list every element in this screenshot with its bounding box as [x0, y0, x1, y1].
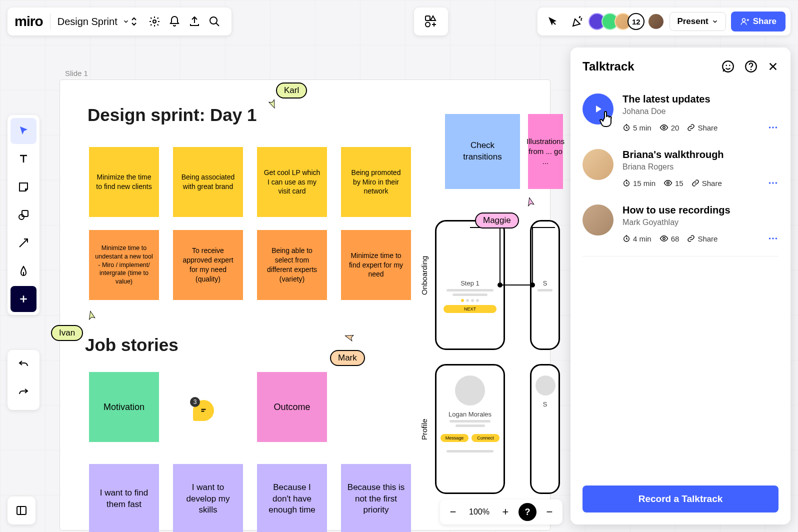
text-icon [18, 153, 30, 165]
more-icon [768, 122, 778, 133]
sticky-note[interactable]: Being promoted by Miro in their network [341, 147, 411, 217]
svg-point-23 [772, 182, 774, 184]
arrow-tool[interactable] [10, 230, 36, 256]
sticky-note[interactable]: Being associated with great brand [173, 147, 243, 217]
talktrack-item[interactable]: The latest updates Johana Doe 5 min 20 S… [582, 86, 778, 141]
record-talktrack-button[interactable]: Record a Talktrack [582, 486, 778, 512]
svg-point-21 [667, 182, 670, 184]
section-title[interactable]: Job stories [85, 335, 178, 355]
cursor-mode-button[interactable] [542, 12, 562, 32]
hand-cursor-icon [598, 108, 618, 128]
close-icon[interactable] [768, 61, 778, 72]
person-plus-icon [740, 17, 749, 26]
sticky-note[interactable]: Minimize the time to find new clients [89, 147, 159, 217]
sticky-note[interactable]: Because I don't have enough time [257, 464, 327, 532]
apps-button[interactable] [414, 8, 448, 36]
talktrack-item[interactable]: How to use recordings Mark Goyathlay 4 m… [582, 196, 778, 256]
svg-point-3 [426, 22, 430, 27]
slide-label[interactable]: Slide 1 [65, 69, 88, 78]
sticky-tool[interactable] [10, 174, 36, 200]
slide-title[interactable]: Design sprint: Day 1 [88, 105, 256, 125]
track-title: How to use recordings [622, 204, 778, 216]
play-button[interactable] [582, 94, 614, 124]
export-button[interactable] [184, 12, 204, 32]
zoom-out-button[interactable]: − [444, 503, 462, 521]
svg-point-16 [662, 126, 665, 129]
board-name-dropdown[interactable]: Design Sprint [50, 16, 144, 28]
avatar-self[interactable] [648, 13, 664, 30]
present-button[interactable]: Present [670, 12, 726, 31]
share-button[interactable]: Share [731, 12, 786, 32]
track-share[interactable]: Share [692, 179, 722, 188]
reactions-button[interactable] [568, 12, 588, 32]
svg-point-17 [769, 126, 771, 128]
pointer-icon [18, 125, 30, 137]
sticky-note[interactable]: Motivation [89, 372, 159, 442]
svg-point-14 [750, 69, 752, 70]
sticky-icon [18, 181, 30, 193]
redo-button[interactable] [10, 381, 36, 407]
collab-cursor-ivan: Ivan [51, 325, 83, 341]
frames-panel-toggle[interactable] [8, 496, 36, 524]
svg-point-12 [729, 65, 730, 66]
zoom-in-button[interactable]: + [496, 503, 514, 521]
gear-icon [148, 16, 160, 28]
sticky-note[interactable]: Minimize time to find expert for my need [341, 230, 411, 300]
sticky-note[interactable]: I want to find them fast [89, 464, 159, 532]
settings-button[interactable] [144, 12, 164, 32]
select-tool[interactable] [10, 118, 36, 144]
search-button[interactable] [204, 12, 224, 32]
track-duration: 5 min [622, 124, 652, 132]
zoom-menu-button[interactable]: − [540, 503, 558, 521]
track-more-button[interactable] [768, 122, 778, 133]
pen-tool[interactable] [10, 258, 36, 284]
notifications-button[interactable] [164, 12, 184, 32]
sticky-note[interactable]: Outcome [257, 372, 327, 442]
svg-point-4 [742, 18, 745, 22]
sticky-note[interactable]: Get cool LP which I can use as my visit … [257, 147, 327, 217]
svg-point-28 [772, 238, 774, 240]
wireframe-profile[interactable]: Logan Morales Message Connect [435, 364, 505, 494]
shape-tool[interactable] [10, 202, 36, 228]
track-more-button[interactable] [768, 178, 778, 188]
eye-icon [664, 178, 672, 188]
avatar [582, 149, 614, 180]
logo[interactable]: miro [14, 14, 50, 30]
text-tool[interactable] [10, 146, 36, 172]
avatar-overflow-count[interactable]: 12 [628, 13, 644, 30]
track-share[interactable]: Share [687, 234, 718, 243]
sticky-note[interactable]: Illustrations from ... go ... [528, 114, 563, 189]
more-icon [768, 178, 778, 188]
sticky-note[interactable]: Because this is not the first priority [341, 464, 411, 532]
wireframe-partial[interactable]: S [530, 364, 560, 494]
svg-rect-5 [22, 210, 28, 216]
track-more-button[interactable] [768, 233, 778, 244]
track-share[interactable]: Share [687, 124, 718, 132]
svg-point-19 [776, 126, 778, 128]
undo-button[interactable] [10, 353, 36, 379]
svg-rect-7 [17, 506, 26, 514]
help-button[interactable]: ? [518, 503, 536, 521]
help-icon[interactable] [744, 60, 758, 73]
sticky-note[interactable]: To receive approved expert for my need (… [173, 230, 243, 300]
connector-line [435, 225, 560, 295]
track-author: Briana Rogers [622, 162, 778, 172]
pen-icon [18, 265, 30, 277]
collaborator-avatars[interactable]: 12 [592, 13, 664, 30]
sticky-note[interactable]: Check transitions [445, 114, 520, 189]
undo-redo-palette [8, 350, 40, 410]
svg-point-0 [153, 20, 156, 23]
board-name: Design Sprint [58, 16, 118, 28]
sticky-note[interactable]: I want to develop my skills [173, 464, 243, 532]
tool-palette [8, 115, 40, 315]
feedback-icon[interactable] [722, 60, 734, 73]
eye-icon [660, 234, 668, 243]
more-tools[interactable] [10, 286, 36, 312]
svg-point-11 [726, 65, 727, 66]
sticky-note[interactable]: Minimize time to undestant a new tool - … [89, 230, 159, 300]
comment-pin[interactable]: 3 [193, 400, 214, 421]
talktrack-item[interactable]: Briana's walkthrough Briana Rogers 15 mi… [582, 141, 778, 196]
search-icon [208, 16, 220, 28]
zoom-level[interactable]: 100% [466, 508, 492, 516]
sticky-note[interactable]: Being able to select from different expe… [257, 230, 327, 300]
